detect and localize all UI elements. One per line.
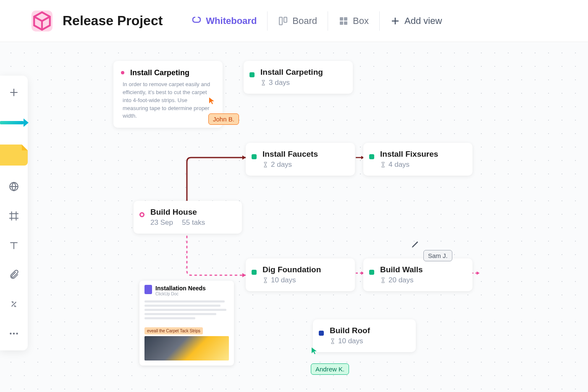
whiteboard-canvas[interactable]: Install Carpeting In order to remove car… (0, 42, 588, 392)
whiteboard-icon (192, 16, 202, 26)
tab-whiteboard-label: Whiteboard (206, 16, 257, 26)
paperclip-icon (8, 269, 19, 280)
card-duration: 2 days (262, 160, 346, 169)
project-icon (32, 11, 52, 32)
add-view-button[interactable]: Add view (379, 11, 452, 31)
plus-icon (390, 16, 400, 26)
cursor-sam-pen (411, 239, 420, 250)
tool-text[interactable] (5, 237, 22, 254)
status-dot (319, 331, 324, 336)
cursor-label: Andrew K. (311, 363, 349, 375)
tool-attachment[interactable] (5, 266, 22, 283)
card-title: Build House (150, 208, 234, 217)
status-dot (121, 71, 124, 74)
svg-rect-5 (344, 21, 347, 25)
connector-icon (8, 299, 19, 310)
add-view-label: Add view (404, 16, 442, 26)
status-dot (369, 154, 374, 159)
svg-rect-4 (340, 21, 343, 25)
note-title: Install Carpeting (130, 68, 213, 77)
tab-box[interactable]: Box (328, 11, 379, 31)
tool-sticky-note[interactable] (0, 145, 28, 166)
cursor-sam: Sam J. (423, 250, 452, 261)
hourglass-icon (330, 338, 336, 344)
tab-board-label: Board (292, 16, 317, 26)
left-toolbar (0, 76, 28, 350)
doc-pill: eveall the Carpet Tack Strips (144, 327, 203, 334)
tool-frame[interactable] (5, 208, 22, 224)
svg-point-7 (10, 333, 11, 334)
svg-rect-2 (340, 17, 343, 21)
tab-whiteboard[interactable]: Whiteboard (181, 11, 267, 31)
doc-title: Installation Needs (155, 285, 206, 292)
tool-connector[interactable] (5, 296, 22, 313)
status-dot (249, 72, 255, 77)
card-install-fixtures[interactable]: Install Fixsures 4 days (363, 143, 472, 176)
tool-more[interactable] (5, 325, 22, 342)
note-body: In order to remove carpet easily and eff… (123, 81, 213, 120)
svg-point-8 (13, 333, 15, 334)
doc-icon (144, 285, 152, 294)
box-icon (339, 16, 349, 26)
card-duration: 10 days (330, 337, 407, 345)
globe-icon (8, 181, 19, 192)
card-install-carpeting[interactable]: Install Carpeting 3 days (244, 61, 353, 94)
card-install-faucets[interactable]: Install Faucets 2 days (246, 143, 355, 176)
card-dig-foundation[interactable]: Dig Foundation 10 days (246, 258, 355, 291)
status-dot (252, 270, 257, 275)
frame-icon (8, 210, 19, 221)
status-dot (369, 270, 374, 275)
cursor-andrew: Andrew K. (311, 347, 349, 375)
card-build-house[interactable]: Build House 23 Sep 55 taks (134, 201, 242, 234)
card-duration: 3 days (260, 79, 344, 87)
card-duration: 20 days (380, 276, 464, 284)
view-tabs: Whiteboard Board Box Add view (181, 11, 452, 31)
card-title: Dig Foundation (262, 265, 346, 274)
tab-board[interactable]: Board (267, 11, 328, 31)
cursor-john: John B. (208, 97, 239, 125)
cursor-arrow-icon (311, 347, 318, 355)
tool-web[interactable] (5, 178, 22, 195)
cursor-label: Sam J. (423, 250, 452, 261)
doc-preview-lines (139, 300, 234, 325)
doc-subtitle: ClickUp Doc (155, 292, 206, 296)
header-bar: Release Project Whiteboard Board Box Add… (0, 0, 588, 42)
card-duration: 10 days (262, 276, 346, 284)
hourglass-icon (262, 162, 268, 168)
svg-rect-1 (284, 17, 287, 22)
card-duration: 4 days (380, 160, 464, 169)
card-title: Build Roof (330, 326, 407, 335)
hourglass-icon (380, 277, 386, 283)
card-title: Install Fixsures (380, 150, 464, 159)
card-title: Install Carpeting (260, 68, 344, 77)
svg-rect-0 (279, 17, 282, 25)
board-icon (278, 16, 288, 26)
cursor-label: John B. (208, 113, 239, 125)
pen-icon (411, 239, 420, 249)
project-title: Release Project (63, 13, 163, 29)
hourglass-icon (262, 277, 268, 283)
hourglass-icon (260, 80, 266, 86)
note-install-carpeting[interactable]: Install Carpeting In order to remove car… (113, 61, 223, 128)
cursor-arrow-icon (208, 97, 215, 105)
doc-preview-image (144, 336, 229, 360)
card-title: Install Faucets (262, 150, 346, 159)
card-build-walls[interactable]: Build Walls 20 days (363, 258, 472, 291)
tool-add[interactable] (5, 84, 22, 101)
connector-arrow (185, 155, 252, 206)
doc-installation-needs[interactable]: Installation Needs ClickUp Doc eveall th… (139, 281, 234, 366)
hourglass-icon (380, 162, 386, 168)
more-icon (8, 328, 19, 339)
card-title: Build Walls (380, 265, 464, 274)
text-icon (8, 240, 19, 251)
tool-pencil[interactable] (0, 113, 28, 132)
status-dot (252, 154, 257, 159)
tab-box-label: Box (353, 16, 369, 26)
status-dot (139, 212, 144, 217)
svg-point-9 (16, 333, 18, 334)
card-meta: 23 Sep 55 taks (150, 218, 234, 227)
svg-rect-3 (344, 17, 347, 21)
